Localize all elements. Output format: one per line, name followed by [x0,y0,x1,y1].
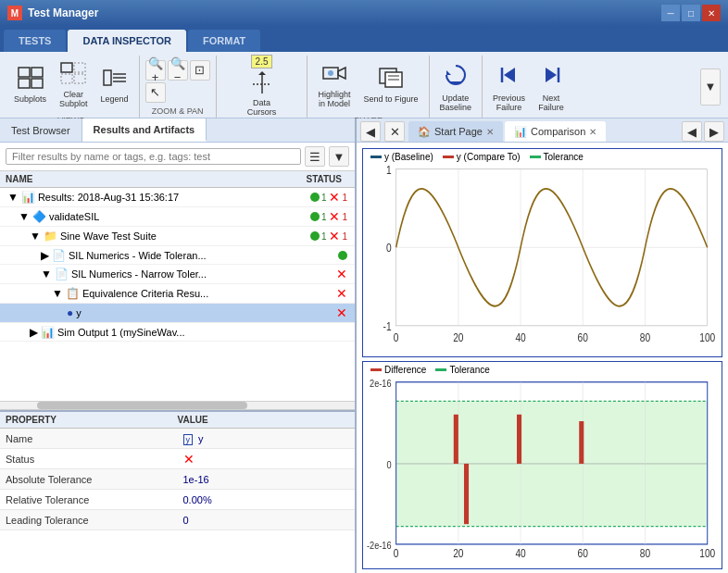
prop-val-name: y y [178,431,356,446]
legend-baseline: y (Baseline) [370,152,433,162]
tab-start-page[interactable]: 🏠 Start Page ✕ [408,121,503,142]
prop-col-header: PROPERTY [6,415,178,425]
svg-text:0: 0 [394,547,399,559]
svg-rect-3 [31,68,43,77]
send-to-figure-label: Send to Figure [364,95,419,105]
row-label-simout: Sim Output 1 (mySineWav... [57,327,351,338]
tab-nav-close[interactable]: ✕ [384,121,405,142]
signal-icon: ● [67,306,73,319]
tab-scroll-right[interactable]: ▶ [704,121,724,142]
previous-failure-button[interactable]: PreviousFailure [488,59,530,116]
update-baseline-label: UpdateBaseline [440,94,472,113]
chart1-svg: 1 0 -1 0 20 40 60 80 100 [363,149,722,356]
svg-text:-1: -1 [383,320,392,332]
svg-marker-18 [338,68,345,79]
send-to-figure-button[interactable]: Send to Figure [359,64,423,107]
clear-subplot-button[interactable]: ClearSubplot [55,59,93,112]
title-bar: M Test Manager ─ □ ✕ [0,0,728,26]
zoom-out-button[interactable]: 🔍− [168,60,188,81]
tree-row-wide[interactable]: ▶ 📄 SIL Numerics - Wide Toleran... [0,246,355,265]
legend-diff: Difference [370,365,426,375]
subplots-button[interactable]: Subplots [9,64,51,107]
tree-row-y[interactable]: ● y ✕ [0,304,355,323]
main-tab-strip: TESTS DATA INSPECTOR FORMAT [0,26,728,52]
chart1-legend: y (Baseline) y (Compare To) Tolerance [370,152,584,162]
toolbar-group-zoom: 🔍+ 🔍− ⊡ ↖ ZOOM & PAN [140,56,217,118]
toolbar-collapse-button[interactable]: ▼ [700,69,721,106]
row-label-vsil: validateSIL [49,211,277,222]
tab-nav-prev[interactable]: ◀ [360,121,381,142]
tree-row-results[interactable]: ▼ 📊 Results: 2018-Aug-31 15:36:17 1 ✕1 [0,188,355,207]
tab-format[interactable]: FORMAT [188,30,260,52]
tab-comparison[interactable]: 📊 Comparison ✕ [505,121,606,142]
legend-baseline-label: y (Baseline) [384,152,433,162]
tab-test-browser[interactable]: Test Browser [0,118,82,142]
tab-data-inspector[interactable]: DATA INSPECTOR [68,30,186,52]
folder-icon: 📊 [21,191,35,204]
toolbar-group-views: Subplots ClearSubplot [4,56,140,118]
close-comparison[interactable]: ✕ [589,127,596,137]
legend-tol2-color [435,368,446,371]
tree-scrollbar[interactable] [0,401,355,410]
row-status-narrow: ✕ [277,267,351,281]
prop-row-status: Status ✕ [0,449,355,469]
tab-scroll-left[interactable]: ◀ [682,121,702,142]
svg-text:40: 40 [515,547,525,559]
prop-key-name: Name [0,431,178,446]
comparison-label: Comparison [531,126,585,137]
svg-text:0: 0 [394,331,399,343]
svg-text:0: 0 [386,459,391,470]
status-col-header: STATUS [275,174,349,184]
svg-text:M: M [11,8,19,19]
close-button[interactable]: ✕ [702,5,721,21]
close-start-page[interactable]: ✕ [486,127,494,137]
clear-subplot-icon [60,62,86,89]
svg-rect-7 [74,63,85,72]
expand-icon-4: ▶ [41,249,49,262]
prev-failure-icon [496,62,522,93]
row-status-wide [277,251,351,260]
prop-key-status: Status [0,452,178,467]
search-input[interactable] [6,148,301,165]
simout-icon: 📊 [41,326,55,339]
svg-rect-2 [19,68,30,77]
list-view-button[interactable]: ☰ [305,146,325,167]
toolbar-group-measure: 2.5 DataCursors MEASURE & TRACE [217,56,308,118]
expand-icon-7: ▶ [30,326,38,339]
expand-icon-2: ▼ [19,210,30,223]
chart-difference: Difference Tolerance [362,361,722,570]
pan-button[interactable]: ↖ [145,82,166,103]
tree-row-narrow[interactable]: ▼ 📄 SIL Numerics - Narrow Toler... ✕ [0,265,355,284]
next-failure-button[interactable]: NextFailure [533,59,569,116]
filter-button[interactable]: ▼ [329,146,349,167]
tree-row-validatesil[interactable]: ▼ 🔷 validateSIL 1 ✕1 [0,207,355,227]
legend-tol-color [530,156,541,158]
tab-tests[interactable]: TESTS [4,30,66,52]
data-cursors-button[interactable]: 2.5 DataCursors [243,59,282,120]
zoom-fit-button[interactable]: ⊡ [190,60,210,81]
update-baseline-button[interactable]: UpdateBaseline [435,59,477,116]
tree-row-simout[interactable]: ▶ 📊 Sim Output 1 (mySineWav... [0,323,355,342]
zoom-in-button[interactable]: 🔍+ [145,60,166,81]
expand-icon: ▼ [7,191,19,204]
legend-label: Legend [101,95,129,105]
highlight-model-label: Highlightin Model [318,91,350,109]
tree-area[interactable]: ▼ 📊 Results: 2018-Aug-31 15:36:17 1 ✕1 ▼… [0,188,355,401]
next-failure-label: NextFailure [538,94,564,113]
minimize-button[interactable]: ─ [661,5,680,21]
prop-row-name: Name y y [0,429,355,449]
legend-compare-label: y (Compare To) [457,152,521,162]
legend-button[interactable]: Legend [96,64,133,107]
legend-compare-color [443,156,454,158]
tree-row-equiv[interactable]: ▼ 📋 Equivalence Criteria Resu... ✕ [0,284,355,304]
highlight-model-button[interactable]: Highlightin Model [313,59,355,112]
svg-text:40: 40 [515,331,525,343]
row-label-equiv: Equivalence Criteria Resu... [82,288,277,299]
legend-tol2-label: Tolerance [449,365,489,375]
tab-results-artifacts[interactable]: Results and Artifacts [82,118,207,142]
svg-point-19 [328,70,333,76]
tree-header: NAME STATUS [0,171,355,188]
prop-row-leadtol: Leading Tolerance 0 [0,510,355,530]
maximize-button[interactable]: □ [682,5,700,21]
tree-row-sinesuite[interactable]: ▼ 📁 Sine Wave Test Suite 1 ✕1 [0,227,355,246]
